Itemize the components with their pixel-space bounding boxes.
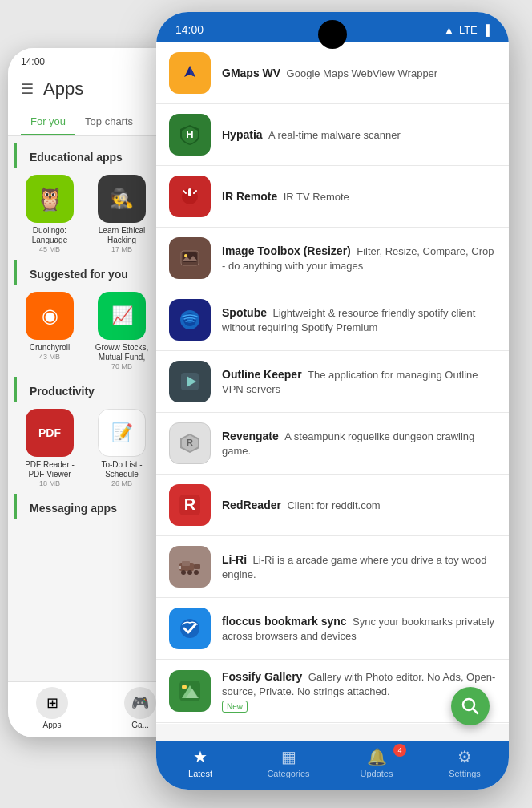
learn-hacking-name: Learn Ethical Hacking [90, 226, 154, 245]
redreader-icon: R [169, 484, 211, 526]
groww-name: Groww Stocks, Mutual Fund, [90, 343, 154, 362]
pdf-name: PDF Reader - PDF Viewer [18, 460, 82, 479]
nav-categories[interactable]: ▦ Categories [244, 747, 332, 778]
list-item[interactable]: Todo Agenda Home screen widgets displayi… [156, 723, 509, 724]
search-fab-button[interactable] [451, 687, 490, 725]
svg-rect-21 [182, 561, 190, 566]
redreader-desc: Client for reddit.com [287, 499, 380, 511]
outline-icon [169, 361, 211, 402]
camera-notch [318, 20, 347, 49]
nav-settings-label: Settings [449, 769, 481, 778]
liri-desc: Li-Ri is a arcade game where you drive a… [222, 554, 487, 580]
menu-icon[interactable]: ☰ [21, 80, 34, 98]
list-item[interactable]: Li-Ri Li-Ri is a arcade game where you d… [156, 536, 509, 598]
updates-badge: 4 [393, 744, 406, 757]
bg-nav-apps-label: Apps [43, 721, 62, 729]
apps-grid-icon: ⊞ [36, 687, 68, 719]
svg-rect-6 [188, 188, 191, 196]
revengate-name: Revengate [222, 430, 279, 442]
imagetoolbox-icon [169, 237, 211, 279]
todo-small-size: 26 MB [111, 479, 132, 487]
bg-page-title: Apps [43, 79, 83, 99]
bg-time: 14:00 [21, 56, 45, 67]
tab-top-charts[interactable]: Top charts [75, 109, 143, 135]
liri-name: Li-Ri [222, 553, 247, 566]
redreader-name: RedReader [222, 499, 281, 511]
spotube-name: Spotube [222, 306, 267, 319]
nav-updates-label: Updates [361, 769, 393, 778]
learn-hacking-size: 17 MB [111, 245, 132, 253]
duolingo-name: Duolingo: Language [18, 226, 82, 245]
bg-nav-apps[interactable]: ⊞ Apps [8, 687, 96, 729]
duolingo-icon: 🦉 [26, 175, 74, 223]
liri-icon [169, 546, 211, 588]
crunchyroll-icon: ◉ [26, 292, 74, 340]
status-icons: ▲ LTE ▐ [444, 24, 490, 36]
settings-icon: ⚙ [457, 747, 472, 766]
svg-point-23 [187, 570, 192, 575]
crunchyroll-size: 43 MB [39, 353, 60, 361]
list-item[interactable]: R Revengate A steampunk roguelike dungeo… [156, 413, 509, 475]
updates-bell-icon: 🔔 [367, 747, 387, 766]
app-todo-small[interactable]: 📝 To-Do List - Schedule 26 MB [90, 409, 154, 487]
nav-latest-label: Latest [188, 769, 212, 778]
list-item[interactable]: IR Remote IR TV Remote [156, 166, 509, 228]
revengate-text: Revengate A steampunk roguelike dungeon … [222, 429, 496, 458]
todo-small-name: To-Do List - Schedule [90, 460, 154, 479]
imagetoolbox-text: Image Toolbox (Resizer) Filter, Resize, … [222, 244, 496, 273]
wifi-icon: ▲ [444, 24, 454, 36]
app-crunchyroll[interactable]: ◉ Crunchyroll 43 MB [18, 292, 82, 370]
liri-text: Li-Ri Li-Ri is a arcade game where you d… [222, 552, 496, 581]
redreader-text: RedReader Client for reddit.com [222, 498, 496, 512]
revengate-icon: R [169, 422, 211, 464]
list-item[interactable]: H Hypatia A real-time malware scanner [156, 104, 509, 166]
pdf-icon: PDF [26, 409, 74, 457]
app-learn-hacking[interactable]: 🕵 Learn Ethical Hacking 17 MB [90, 175, 154, 253]
gmaps-name: GMaps WV [222, 67, 280, 79]
list-item[interactable]: floccus bookmark sync Sync your bookmark… [156, 598, 509, 660]
svg-rect-24 [194, 564, 200, 569]
app-duolingo[interactable]: 🦉 Duolingo: Language 45 MB [18, 175, 82, 253]
foreground-phone: 14:00 ▲ LTE ▐ GMaps WV Google Maps WebVi… [156, 12, 509, 790]
svg-rect-10 [183, 252, 197, 262]
fg-bottom-nav: ★ Latest ▦ Categories 🔔 4 Updates ⚙ Sett… [156, 741, 509, 790]
nav-categories-label: Categories [267, 769, 309, 778]
pdf-size: 18 MB [39, 479, 60, 487]
svg-rect-26 [179, 566, 181, 569]
groww-size: 70 MB [111, 362, 132, 370]
nav-latest[interactable]: ★ Latest [156, 747, 244, 778]
groww-icon: 📈 [98, 292, 146, 340]
svg-text:H: H [186, 128, 193, 140]
irremote-icon [169, 176, 211, 217]
list-item[interactable]: R RedReader Client for reddit.com [156, 475, 509, 536]
hypatia-text: Hypatia A real-time malware scanner [222, 127, 496, 142]
hypatia-desc: A real-time malware scanner [268, 129, 401, 141]
list-item[interactable]: Image Toolbox (Resizer) Filter, Resize, … [156, 228, 509, 289]
hypatia-icon: H [169, 114, 211, 156]
latest-icon: ★ [193, 747, 208, 766]
imagetoolbox-name: Image Toolbox (Resizer) [222, 244, 351, 257]
todo-icon: 📝 [98, 409, 146, 457]
bg-nav-games-label: Ga... [131, 721, 149, 729]
nav-settings[interactable]: ⚙ Settings [421, 747, 509, 778]
list-item[interactable]: Spotube Lightweight & resource friendly … [156, 289, 509, 351]
crunchyroll-name: Crunchyroll [30, 343, 71, 353]
svg-line-42 [473, 709, 478, 713]
app-pdf[interactable]: PDF PDF Reader - PDF Viewer 18 MB [18, 409, 82, 487]
signal-label: LTE [459, 24, 478, 36]
nav-updates[interactable]: 🔔 4 Updates [332, 747, 421, 778]
hypatia-name: Hypatia [222, 128, 263, 141]
new-badge: New [222, 701, 248, 713]
spotube-icon [169, 299, 211, 341]
list-item[interactable]: Outline Keeper The application for manag… [156, 351, 509, 413]
tab-for-you[interactable]: For you [21, 109, 75, 135]
fossify-icon [169, 670, 211, 712]
gmaps-desc: Google Maps WebView Wrapper [287, 67, 438, 79]
list-item[interactable]: GMaps WV Google Maps WebView Wrapper [156, 42, 509, 104]
svg-text:R: R [187, 438, 193, 447]
irremote-text: IR Remote IR TV Remote [222, 189, 496, 204]
games-icon: 🎮 [124, 687, 156, 719]
app-groww[interactable]: 📈 Groww Stocks, Mutual Fund, 70 MB [90, 292, 154, 370]
irremote-name: IR Remote [222, 190, 277, 203]
duolingo-size: 45 MB [39, 245, 60, 253]
